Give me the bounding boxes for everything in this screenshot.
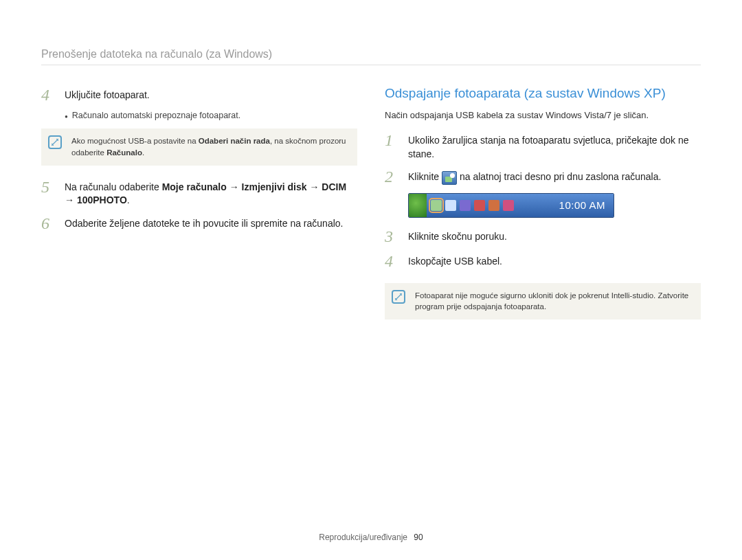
note-text: Fotoaparat nije moguće sigurno ukloniti …	[415, 291, 688, 311]
safely-remove-hardware-tray-icon	[431, 200, 442, 211]
step-number: 5	[41, 178, 56, 196]
t: DCIM	[322, 181, 346, 192]
step-text: Uključite fotoaparat.	[65, 86, 357, 102]
tray-icon	[445, 200, 456, 211]
step-4-sub: Računalo automatski prepoznaje fotoapara…	[65, 111, 357, 120]
start-button-icon	[409, 194, 427, 217]
note-icon	[48, 135, 62, 149]
t: Kliknite	[408, 171, 442, 182]
step-number: 4	[41, 86, 56, 104]
t: na alatnoj traci desno pri dnu zaslona r…	[457, 171, 661, 182]
step-text: Kliknite skočnu poruku.	[408, 227, 701, 244]
step-text: Odaberite željene datoteke te ih povucit…	[65, 214, 357, 231]
taskbar-screenshot: 10:00 AM	[408, 193, 614, 218]
step-text: Kliknite na alatnoj traci desno pri dnu …	[408, 168, 701, 184]
taskbar-clock: 10:00 AM	[551, 194, 614, 217]
step-2r: 2 Kliknite na alatnoj traci desno pri dn…	[385, 168, 701, 186]
right-column: Odspajanje fotoaparata (za sustav Window…	[385, 86, 701, 332]
step-text: Ukoliko žaruljica stanja na fotoaparatu …	[408, 131, 701, 161]
content-columns: 4 Uključite fotoaparat. Računalo automat…	[41, 86, 701, 332]
intro-text: Način odspajanja USB kabela za sustav Wi…	[385, 109, 701, 122]
page-title: Prenošenje datoteka na računalo (za Wind…	[41, 48, 701, 65]
step-text: Iskopčajte USB kabel.	[408, 252, 701, 269]
t: 100PHOTO	[77, 194, 127, 205]
tray-icon	[503, 200, 514, 211]
note-box-2: Fotoaparat nije moguće sigurno ukloniti …	[385, 283, 701, 320]
step-text: Na računalu odaberite Moje računalo → Iz…	[65, 178, 357, 208]
left-column: 4 Uključite fotoaparat. Računalo automat…	[41, 86, 357, 332]
step-6: 6 Odaberite željene datoteke te ih povuc…	[41, 214, 357, 232]
arrow: →	[307, 181, 322, 192]
step-number: 2	[385, 168, 400, 186]
step-1r: 1 Ukoliko žaruljica stanja na fotoaparat…	[385, 131, 701, 161]
t: Na računalu odaberite	[65, 181, 162, 192]
page-footer: Reprodukcija/uređivanje 90	[0, 533, 742, 542]
t: Odaberi način rada	[199, 137, 270, 145]
arrow: →	[65, 194, 77, 205]
t: .	[142, 148, 144, 157]
tray-icon	[488, 200, 499, 211]
system-tray	[427, 194, 551, 217]
step-number: 1	[385, 131, 400, 149]
tray-icon	[474, 200, 485, 211]
step-number: 6	[41, 214, 56, 232]
arrow: →	[227, 181, 242, 192]
step-4: 4 Uključite fotoaparat.	[41, 86, 357, 104]
note-box-1: Ako mogućnost USB-a postavite na Odaberi…	[41, 128, 357, 165]
t: Ako mogućnost USB-a postavite na	[71, 137, 199, 145]
note-text: Ako mogućnost USB-a postavite na Odaberi…	[71, 137, 346, 157]
note-icon	[392, 290, 405, 304]
page-number: 90	[414, 533, 423, 542]
section-heading: Odspajanje fotoaparata (za sustav Window…	[385, 86, 701, 101]
step-number: 4	[385, 252, 400, 270]
footer-section: Reprodukcija/uređivanje	[319, 533, 407, 542]
step-4r: 4 Iskopčajte USB kabel.	[385, 252, 701, 270]
t: Izmjenjivi disk	[242, 181, 307, 192]
t: Moje računalo	[162, 181, 227, 192]
step-3r: 3 Kliknite skočnu poruku.	[385, 227, 701, 245]
tray-icon	[460, 200, 471, 211]
safely-remove-hardware-icon	[442, 171, 457, 185]
step-number: 3	[385, 227, 400, 245]
step-5: 5 Na računalu odaberite Moje računalo → …	[41, 178, 357, 208]
t: .	[127, 194, 130, 205]
t: Računalo	[106, 148, 142, 157]
